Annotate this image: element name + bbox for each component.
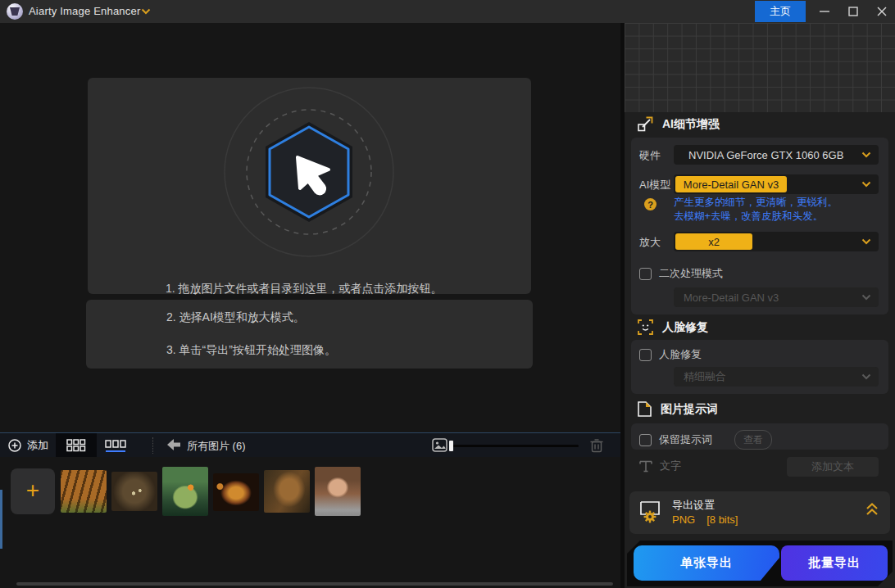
- horizontal-scrollbar[interactable]: [16, 582, 613, 586]
- ai-model-dropdown[interactable]: More-Detail GAN v3: [674, 174, 879, 194]
- main-area: 1. 拖放图片文件或者目录到这里，或者点击添加按钮。 2. 选择AI模型和放大模…: [0, 23, 620, 432]
- section-header-prompt: 图片提示词: [638, 401, 718, 417]
- scale-dropdown[interactable]: x2: [674, 232, 879, 251]
- export-format: PNG: [672, 513, 695, 526]
- bottom-toolbar: 添加 所有图片 (6): [0, 432, 620, 457]
- secondary-model-value: More-Detail GAN v3: [684, 292, 779, 304]
- checkbox-box[interactable]: [639, 434, 652, 446]
- face-mode-value: 精细融合: [684, 369, 726, 384]
- settings-panel: AI细节增强 硬件 NVIDIA GeForce GTX 1060 6GB AI…: [625, 23, 895, 588]
- model-description-line1: 产生更多的细节，更清晰，更锐利。: [674, 196, 838, 210]
- text-T-icon: [639, 460, 652, 473]
- hardware-value: NVIDIA GeForce GTX 1060 6GB: [688, 149, 843, 161]
- chevron-down-icon: [861, 294, 871, 301]
- scale-value-badge: x2: [675, 233, 752, 250]
- export-bits: [8 bits]: [706, 513, 738, 526]
- keep-prompt-label: 保留提示词: [659, 432, 712, 447]
- minimize-button[interactable]: [811, 0, 838, 23]
- text-label: 文字: [660, 459, 681, 473]
- slider-handle[interactable]: [449, 441, 453, 451]
- ai-model-value-badge: More-Detail GAN v3: [675, 176, 787, 192]
- batch-export-button[interactable]: 批量导出: [781, 545, 888, 581]
- thumbnail-terrarium-jar[interactable]: [162, 467, 208, 516]
- scale-label: 放大: [639, 235, 661, 250]
- face-viewfinder-icon: [638, 319, 653, 335]
- thumbnail-butterfly[interactable]: [111, 472, 157, 511]
- add-button-label: 添加: [27, 438, 48, 453]
- model-description-line2: 去模糊+去噪，改善皮肤和头发。: [674, 210, 823, 224]
- thumbnail-tiger[interactable]: [61, 470, 107, 513]
- thumbnail-robot-dog[interactable]: [264, 470, 310, 513]
- list-view-button[interactable]: [97, 433, 134, 458]
- list-view-icon: [105, 440, 126, 448]
- drop-hexagon-icon: [219, 82, 399, 262]
- face-repair-label: 人脸修复: [659, 347, 702, 362]
- help-icon[interactable]: ?: [644, 198, 656, 210]
- section-title-enhance: AI细节增强: [662, 117, 720, 132]
- chevron-down-icon: [861, 181, 871, 188]
- chevron-down-icon: [861, 152, 871, 158]
- grid-view-button[interactable]: [56, 433, 97, 458]
- thumbnail-burger[interactable]: [213, 473, 259, 511]
- enlarge-icon: [638, 116, 653, 132]
- export-format-row: PNG [8 bits]: [672, 513, 738, 526]
- toolbar-divider: [152, 437, 153, 454]
- hardware-dropdown[interactable]: NVIDIA GeForce GTX 1060 6GB: [674, 145, 879, 165]
- all-images-filter[interactable]: 所有图片 (6): [187, 439, 246, 454]
- plus-circle-icon: [8, 439, 21, 452]
- section-header-face: 人脸修复: [638, 319, 708, 335]
- export-settings-title: 导出设置: [672, 498, 715, 513]
- app-window: Aiarty Image Enhancer 主页: [0, 0, 895, 588]
- title-bar: Aiarty Image Enhancer 主页: [0, 0, 895, 23]
- export-settings-card[interactable]: 导出设置 PNG [8 bits]: [629, 491, 890, 534]
- instruction-step-1: 1. 拖放图片文件或者目录到这里，或者点击添加按钮。: [166, 282, 443, 296]
- collapse-icon[interactable]: [865, 503, 879, 516]
- thumbnail-girl-portrait[interactable]: [315, 467, 361, 516]
- instructions-card: 2. 选择AI模型和放大模式。 3. 单击“导出”按钮开始处理图像。: [86, 300, 533, 369]
- hardware-label: 硬件: [639, 148, 661, 163]
- instruction-step-3: 3. 单击“导出”按钮开始处理图像。: [166, 343, 336, 358]
- face-mode-dropdown: 精细融合: [674, 367, 879, 387]
- title-dropdown-icon[interactable]: [141, 8, 151, 15]
- secondary-mode-checkbox[interactable]: 二次处理模式: [639, 266, 723, 281]
- thumbnail-strip: +: [0, 457, 620, 588]
- add-text-button[interactable]: 添加文本: [787, 457, 879, 477]
- grid-view-icon: [66, 439, 86, 452]
- app-logo-icon: [7, 3, 23, 20]
- back-arrow-icon[interactable]: [167, 439, 180, 450]
- preview-grid-texture: [625, 23, 895, 112]
- text-row: 文字: [639, 459, 681, 473]
- single-export-button[interactable]: 单张导出: [634, 545, 779, 581]
- ai-model-label: AI模型: [639, 178, 670, 192]
- export-buttons-plate: 单张导出 批量导出: [627, 541, 893, 586]
- monitor-gear-icon: [639, 500, 664, 523]
- trash-icon[interactable]: [590, 438, 603, 453]
- add-button[interactable]: 添加: [8, 433, 48, 458]
- thumbnail-size-icon: [432, 438, 448, 452]
- view-button[interactable]: 查看: [734, 430, 772, 450]
- home-button[interactable]: 主页: [755, 1, 806, 22]
- keep-prompt-checkbox[interactable]: 保留提示词 查看: [639, 430, 757, 450]
- section-title-face: 人脸修复: [662, 320, 708, 335]
- secondary-mode-label: 二次处理模式: [659, 266, 723, 281]
- maximize-button[interactable]: [839, 0, 867, 23]
- thumbnail-size-slider[interactable]: [449, 433, 580, 458]
- document-icon: [638, 401, 652, 417]
- app-title: Aiarty Image Enhancer: [29, 5, 140, 17]
- section-header-enhance: AI细节增强: [638, 116, 720, 132]
- checkbox-box[interactable]: [639, 349, 652, 361]
- drop-zone[interactable]: 1. 拖放图片文件或者目录到这里，或者点击添加按钮。: [88, 78, 531, 294]
- section-title-prompt: 图片提示词: [661, 402, 718, 417]
- checkbox-box[interactable]: [639, 268, 652, 280]
- close-button[interactable]: [868, 0, 895, 23]
- add-image-tile[interactable]: +: [11, 468, 55, 514]
- chevron-down-icon: [861, 373, 871, 380]
- secondary-model-dropdown: More-Detail GAN v3: [674, 287, 879, 307]
- edge-accent: [0, 490, 2, 549]
- plus-icon: +: [26, 479, 39, 502]
- instruction-step-2: 2. 选择AI模型和放大模式。: [166, 310, 305, 325]
- chevron-down-icon: [861, 238, 871, 245]
- face-repair-checkbox[interactable]: 人脸修复: [639, 347, 702, 362]
